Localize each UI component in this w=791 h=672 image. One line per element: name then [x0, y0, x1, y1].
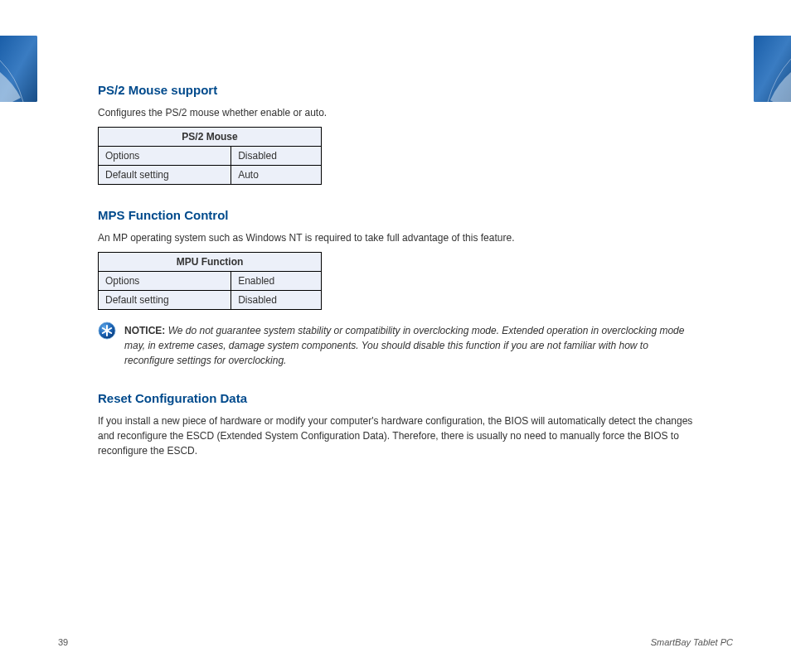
decorative-corner-left — [0, 36, 37, 102]
footer: 39 SmartBay Tablet PC — [0, 637, 791, 647]
section2-table-header: MPU Function — [99, 253, 322, 272]
section2-row2-value: Disabled — [231, 291, 322, 310]
section1-row1-label: Options — [99, 147, 231, 166]
notice-block: NOTICE: We do not guarantee system stabi… — [98, 321, 693, 368]
decorative-corner-right — [754, 36, 791, 102]
section2-row2-label: Default setting — [99, 291, 231, 310]
section1-table-header: PS/2 Mouse — [99, 128, 322, 147]
section2-row1-label: Options — [99, 272, 231, 291]
section1-table: PS/2 Mouse Options Disabled Default sett… — [98, 127, 322, 185]
notice-text: NOTICE: We do not guarantee system stabi… — [124, 321, 693, 368]
page-number: 39 — [58, 637, 68, 647]
section1-row1-value: Disabled — [231, 147, 322, 166]
section1-title: PS/2 Mouse support — [98, 83, 693, 97]
section2-row1-value: Enabled — [231, 272, 322, 291]
notice-body: We do not guarantee system stability or … — [124, 325, 684, 366]
section1-row2-value: Auto — [231, 166, 322, 185]
footer-title: SmartBay Tablet PC — [651, 637, 733, 647]
notice-label: NOTICE: — [124, 325, 165, 336]
section2-table: MPU Function Options Enabled Default set… — [98, 252, 322, 310]
section2-title: MPS Function Control — [98, 208, 693, 222]
section2-desc: An MP operating system such as Windows N… — [98, 230, 693, 245]
section3-title: Reset Configuration Data — [98, 391, 693, 405]
section1-desc: Configures the PS/2 mouse whether enable… — [98, 105, 693, 120]
section1-row2-label: Default setting — [99, 166, 231, 185]
section3-desc: If you install a new piece of hardware o… — [98, 413, 693, 458]
asterisk-icon — [98, 321, 116, 340]
